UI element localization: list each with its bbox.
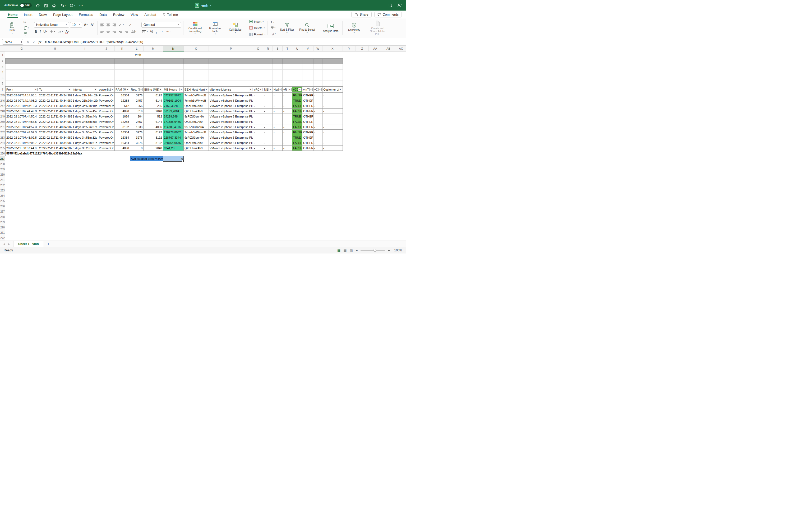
filter-button[interactable]: ▼	[249, 88, 252, 91]
tab-acrobat[interactable]: Acrobat	[141, 11, 159, 18]
cell[interactable]: -	[283, 98, 292, 103]
decrease-indent-button[interactable]	[118, 29, 123, 34]
cell[interactable]: -	[283, 124, 292, 130]
cell[interactable]	[292, 58, 302, 64]
cell[interactable]: -	[313, 119, 322, 124]
column-header-M[interactable]: M	[144, 46, 163, 51]
cell[interactable]	[263, 58, 273, 64]
header-cell-T[interactable]: vR▼	[283, 87, 292, 93]
fill-color-button[interactable]: ▾	[57, 29, 64, 34]
row-header-251[interactable]: 251	[0, 124, 5, 130]
row-header-269[interactable]: 269	[0, 219, 5, 225]
header-cell-S[interactable]: NsxF▼	[273, 87, 283, 93]
header-cell-K[interactable]: RAM (M▼	[115, 87, 130, 93]
cell[interactable]	[322, 64, 343, 70]
autosave-toggle[interactable]: AutoSave OFF	[4, 3, 32, 8]
cell[interactable]	[322, 58, 343, 64]
bold-button[interactable]: B	[34, 29, 38, 34]
filter-button[interactable]: ▼	[298, 88, 302, 91]
cell[interactable]: 2022-02-11T11:40:34.982	[38, 103, 72, 109]
cell[interactable]: 2022-02-10T07:44:57.3	[5, 130, 38, 135]
cell[interactable]: 9sPiZU3snh6A	[184, 124, 209, 130]
cell[interactable]: -	[322, 135, 343, 140]
cell[interactable]: -	[263, 130, 273, 135]
cell[interactable]: VMware vSphere 6 Enterprise Plus	[209, 130, 253, 135]
save-button[interactable]	[44, 3, 48, 7]
cell[interactable]: -	[253, 119, 263, 124]
cell[interactable]: -	[263, 109, 273, 114]
cell[interactable]: 2048	[144, 109, 163, 114]
tab-tell-me[interactable]: Tell me	[159, 11, 181, 18]
cell[interactable]	[144, 70, 163, 75]
cell[interactable]: 1 days 3h:56m:19s	[72, 103, 98, 109]
row-header-255[interactable]: 255	[0, 146, 5, 151]
cell[interactable]	[302, 81, 313, 87]
cell[interactable]	[5, 156, 130, 161]
cell[interactable]: 6241,28	[163, 146, 184, 151]
row-header-263[interactable]: 263	[0, 188, 5, 193]
cell[interactable]	[209, 58, 253, 64]
header-cell-O[interactable]: ESXi Host Name▼	[184, 87, 209, 93]
filter-button[interactable]: ▼	[339, 88, 342, 91]
cell[interactable]: 2022-02-10T07:44:56.5	[5, 119, 38, 124]
cell[interactable]	[5, 64, 38, 70]
delete-cells-button[interactable]: Delete ▾	[249, 25, 265, 31]
cell[interactable]	[184, 81, 209, 87]
filter-button[interactable]: ▼	[34, 88, 38, 91]
cell[interactable]: -	[313, 98, 322, 103]
filter-button[interactable]: ▼	[288, 88, 292, 91]
cell[interactable]: QXoLlfm2Ah9	[184, 119, 209, 124]
cell[interactable]: OTHER	[302, 98, 313, 103]
cell[interactable]: 2022-02-11T11:40:34.982	[38, 98, 72, 103]
format-cells-button[interactable]: Format ▾	[249, 32, 265, 37]
cell[interactable]	[184, 75, 209, 81]
row-header-2[interactable]: 2	[0, 58, 5, 64]
cell[interactable]	[98, 70, 115, 75]
adobe-pdf-button[interactable]: Create and Share Adobe PDF	[368, 20, 387, 36]
cell[interactable]	[5, 70, 38, 75]
find-select-button[interactable]: Find & Select ▾	[298, 22, 317, 34]
cell[interactable]	[115, 64, 130, 70]
cell[interactable]: -	[283, 103, 292, 109]
cell[interactable]: -	[322, 146, 343, 151]
cell[interactable]: 1 days 3h:55m:44s	[72, 114, 98, 119]
cell[interactable]	[72, 64, 98, 70]
cell[interactable]: -	[263, 114, 273, 119]
cell[interactable]: OTHER	[302, 114, 313, 119]
align-right-button[interactable]	[112, 29, 117, 34]
cell[interactable]: 0 days 3h:2m:50s	[72, 146, 98, 151]
cell[interactable]: TRUE	[292, 114, 302, 119]
row-header-7[interactable]: 7	[0, 87, 5, 93]
header-cell-N[interactable]: MB-Hours▼	[163, 87, 184, 93]
font-size-select[interactable]: 10 ▾	[70, 22, 82, 28]
cell[interactable]: 2022-02-09T14:14:05.2	[5, 98, 38, 103]
cell[interactable]: 228767,3344	[163, 135, 184, 140]
sensitivity-button[interactable]: Sensitivity ▾	[345, 22, 364, 34]
row-header-267[interactable]: 267	[0, 209, 5, 214]
row-header-270[interactable]: 270	[0, 225, 5, 230]
cell[interactable]: 279193,1904	[163, 98, 184, 103]
cell[interactable]	[115, 70, 130, 75]
header-cell-J[interactable]: powerSta▼	[98, 87, 115, 93]
column-header-K[interactable]: K	[115, 46, 130, 51]
cell[interactable]: 16384	[115, 93, 130, 98]
header-cell-V[interactable]: vmTy▼	[302, 87, 313, 93]
header-cell-P[interactable]: vSphere License▼	[209, 87, 253, 93]
page-layout-view-button[interactable]: ▤	[343, 249, 347, 252]
cell[interactable]: 16384	[115, 140, 130, 146]
row-header-5[interactable]: 5	[0, 75, 5, 81]
cell[interactable]: 1 days 21h:26m:29s	[72, 93, 98, 98]
cell[interactable]: -	[273, 146, 283, 151]
cell[interactable]	[283, 58, 292, 64]
cell[interactable]: 1 days 3h:55m:37s	[72, 124, 98, 130]
format-painter-button[interactable]	[23, 32, 30, 37]
row-header-6[interactable]: 6	[0, 81, 5, 87]
cell[interactable]	[209, 64, 253, 70]
cell[interactable]: -	[253, 93, 263, 98]
cell[interactable]	[322, 75, 343, 81]
cell[interactable]: 7152,3328	[163, 103, 184, 109]
row-header-254[interactable]: 254	[0, 140, 5, 146]
cell[interactable]: 3276	[130, 130, 144, 135]
row-header-262[interactable]: 262	[0, 182, 5, 188]
filter-button[interactable]: ▼	[259, 88, 262, 91]
